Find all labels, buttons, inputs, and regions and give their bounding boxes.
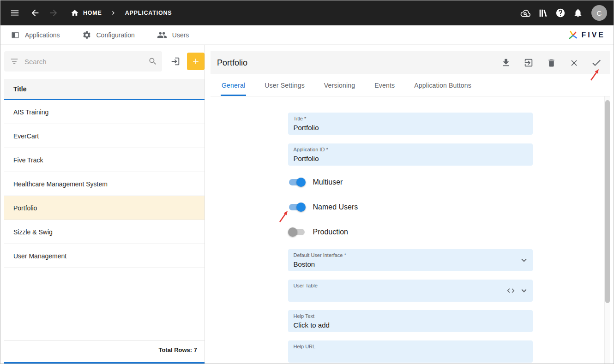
menu-item-users-label: Users xyxy=(172,31,189,39)
list-empty-space xyxy=(4,268,205,340)
named-users-toggle[interactable] xyxy=(288,203,306,212)
five-logo-text: FIVE xyxy=(581,31,605,39)
help-text-field[interactable]: Help Text Click to add xyxy=(288,310,533,332)
download-button[interactable] xyxy=(500,57,512,69)
inspect-button[interactable] xyxy=(517,4,534,22)
download-icon xyxy=(501,58,511,68)
app-window: HOME APPLICATIONS C Applications xyxy=(0,0,614,364)
import-icon xyxy=(170,56,181,66)
scrollbar[interactable] xyxy=(604,96,610,364)
multiuser-label: Multiuser xyxy=(313,178,343,186)
chevron-down-icon xyxy=(519,286,529,296)
default-user-interface-select[interactable]: Default User Interface * Boston xyxy=(288,249,533,271)
five-logo: FIVE xyxy=(566,29,605,42)
filter-icon[interactable] xyxy=(10,57,19,66)
forward-button[interactable] xyxy=(45,4,62,22)
tab-application-buttons-label: Application Buttons xyxy=(414,82,471,89)
list-item-label: Five Track xyxy=(13,156,43,164)
default-user-interface-dropdown[interactable] xyxy=(519,255,529,265)
list-item[interactable]: User Management xyxy=(4,244,205,268)
breadcrumb-home-label: HOME xyxy=(83,10,102,16)
menu-item-users[interactable]: Users xyxy=(157,30,189,40)
production-toggle[interactable] xyxy=(288,227,306,237)
menu-item-applications[interactable]: Applications xyxy=(11,30,60,40)
list-item[interactable]: Healthcare Management System xyxy=(4,172,205,196)
application-id-field-value: Portfolio xyxy=(294,154,527,163)
library-button[interactable] xyxy=(534,4,552,22)
back-button[interactable] xyxy=(26,4,44,22)
tab-events[interactable]: Events xyxy=(373,74,396,96)
list-item[interactable]: EverCart xyxy=(4,124,205,148)
launch-icon xyxy=(524,58,534,68)
cancel-button[interactable] xyxy=(568,57,580,69)
tab-events-label: Events xyxy=(374,82,395,89)
scrollbar-thumb[interactable] xyxy=(605,100,610,303)
default-user-interface-label: Default User Interface * xyxy=(294,252,527,258)
multiuser-toggle[interactable] xyxy=(288,178,306,187)
list-toolbar xyxy=(4,51,205,72)
column-header-title-label: Title xyxy=(13,85,27,93)
list-item[interactable]: Sizzle & Swig xyxy=(4,220,205,244)
menu-item-configuration[interactable]: Configuration xyxy=(82,30,135,40)
menu-button[interactable] xyxy=(6,4,24,22)
application-id-field[interactable]: Application ID * Portfolio xyxy=(288,143,533,166)
default-user-interface-value: Boston xyxy=(294,260,527,269)
list-item-label: Sizzle & Swig xyxy=(13,228,53,236)
avatar[interactable]: C xyxy=(591,5,607,21)
breadcrumb-home[interactable]: HOME xyxy=(71,9,102,17)
tab-application-buttons[interactable]: Application Buttons xyxy=(413,74,472,96)
help-button[interactable] xyxy=(552,4,569,22)
total-rows-footer: Total Rows: 7 xyxy=(4,340,205,359)
applications-list-panel: Title AIS Training EverCart Five Track H… xyxy=(4,45,205,364)
help-icon xyxy=(555,8,566,18)
hamburger-icon xyxy=(10,8,20,18)
tab-user-settings[interactable]: User Settings xyxy=(264,74,306,96)
help-url-value xyxy=(294,351,527,360)
help-url-label: Help URL xyxy=(294,344,527,350)
title-field-label: Title * xyxy=(294,116,527,122)
breadcrumb-chevron-icon xyxy=(109,9,118,17)
user-table-code-button[interactable] xyxy=(506,286,515,295)
notifications-button[interactable] xyxy=(569,4,587,22)
detail-header: Portfolio xyxy=(211,51,610,74)
save-icon xyxy=(591,57,602,68)
breadcrumb-section-label: APPLICATIONS xyxy=(125,10,172,16)
library-icon xyxy=(538,8,548,18)
list-item[interactable]: AIS Training xyxy=(4,100,205,124)
help-text-value: Click to add xyxy=(294,321,527,329)
help-url-field[interactable]: Help URL xyxy=(288,340,533,363)
list-item-selected[interactable]: Portfolio xyxy=(4,196,205,220)
column-header-title[interactable]: Title xyxy=(4,79,205,100)
title-field[interactable]: Title * Portfolio xyxy=(288,113,533,135)
menu-item-applications-label: Applications xyxy=(25,31,60,39)
user-table-select[interactable]: User Table xyxy=(288,280,533,302)
cloud-search-icon xyxy=(519,7,532,19)
topbar: HOME APPLICATIONS C xyxy=(0,0,614,25)
import-button[interactable] xyxy=(168,54,183,69)
search-box xyxy=(4,51,162,72)
list-item-label: Healthcare Management System xyxy=(13,180,108,188)
list-item-label: User Management xyxy=(13,252,66,260)
add-icon xyxy=(191,57,200,66)
named-users-row: Named Users xyxy=(288,201,533,213)
chevron-down-icon xyxy=(519,255,529,265)
production-row: Production xyxy=(288,226,533,238)
search-icon[interactable] xyxy=(148,57,157,66)
delete-button[interactable] xyxy=(545,57,557,69)
tab-general[interactable]: General xyxy=(221,74,246,96)
toggle-thumb xyxy=(296,203,306,212)
user-table-label: User Table xyxy=(294,283,527,289)
detail-tabs: General User Settings Versioning Events … xyxy=(211,74,610,96)
user-table-dropdown[interactable] xyxy=(519,286,529,296)
notifications-icon xyxy=(573,8,583,18)
add-application-button[interactable] xyxy=(187,53,205,70)
list-item[interactable]: Five Track xyxy=(4,148,205,172)
launch-button[interactable] xyxy=(523,57,535,69)
code-icon xyxy=(506,286,515,295)
delete-icon xyxy=(547,58,556,68)
total-rows-label: Total Rows: 7 xyxy=(158,346,197,353)
save-button[interactable] xyxy=(590,57,602,69)
tab-versioning[interactable]: Versioning xyxy=(323,74,356,96)
search-input[interactable] xyxy=(24,57,144,66)
list-item-label: Portfolio xyxy=(13,204,37,212)
